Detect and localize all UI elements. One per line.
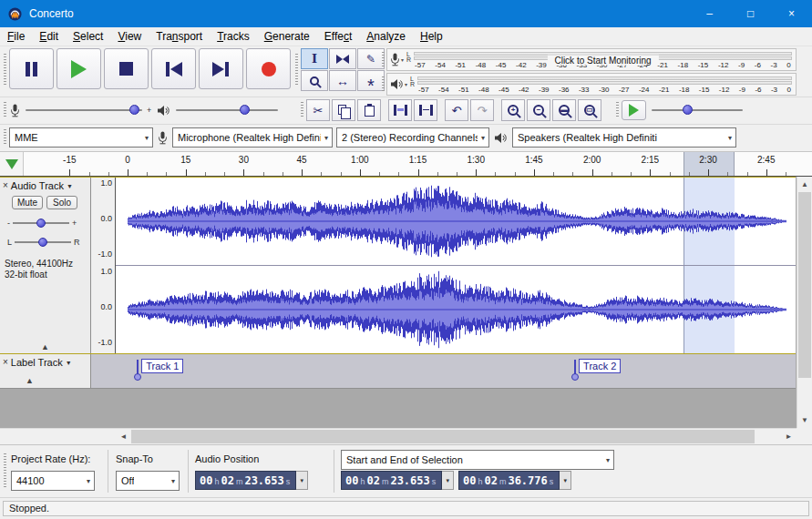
- recording-device-select[interactable]: Microphone (Realtek High Defini▾: [172, 127, 333, 148]
- multi-tool-button[interactable]: *: [357, 70, 385, 91]
- scroll-left-icon[interactable]: ◄: [116, 429, 131, 444]
- copy-button[interactable]: [332, 99, 355, 121]
- scroll-down-icon[interactable]: ▼: [797, 412, 812, 428]
- trim-button[interactable]: [388, 99, 412, 121]
- menu-item-edit[interactable]: Edit: [32, 27, 66, 46]
- track-close-button[interactable]: ×: [3, 181, 8, 190]
- audio-position-display[interactable]: 00h02m23.653s▾: [195, 471, 308, 490]
- audio-track[interactable]: × Audio Track ▼ Mute Solo - + L R: [0, 177, 796, 354]
- recording-volume-slider[interactable]: [26, 103, 142, 117]
- selection-tool-button[interactable]: I: [301, 48, 328, 69]
- gain-slider-thumb[interactable]: [36, 219, 46, 228]
- label-text[interactable]: Track 1: [141, 359, 183, 373]
- paste-button[interactable]: [357, 99, 381, 121]
- label-track-close-button[interactable]: ×: [3, 358, 8, 367]
- meter-menu-arrow-icon[interactable]: ▾: [405, 75, 407, 94]
- time-spin-icon[interactable]: ▾: [560, 471, 571, 490]
- label-track-menu-arrow-icon[interactable]: ▼: [66, 360, 72, 366]
- selection-start-display[interactable]: 00h02m23.653s▾: [341, 471, 454, 490]
- playback-meter[interactable]: ▾ LR -57-54-51-48-45-42-39-36-33-30-27-2…: [386, 73, 797, 96]
- recording-channels-select[interactable]: 2 (Stereo) Recording Channels▾: [336, 127, 489, 148]
- audio-host-select[interactable]: MME▾: [9, 127, 153, 148]
- mute-button[interactable]: Mute: [12, 196, 43, 209]
- waveform-channel-right[interactable]: [116, 266, 796, 353]
- playback-device-select[interactable]: Speakers (Realtek High Definiti▾: [512, 127, 736, 148]
- label-handle-icon[interactable]: [571, 373, 579, 381]
- pan-slider[interactable]: L R: [0, 229, 90, 248]
- menu-item-view[interactable]: View: [110, 27, 149, 46]
- label-track-content[interactable]: Track 1Track 2: [91, 354, 796, 388]
- fit-selection-button[interactable]: ▬: [552, 99, 576, 121]
- record-button[interactable]: [246, 48, 291, 89]
- menu-item-generate[interactable]: Generate: [257, 27, 317, 46]
- label-track-collapse-button[interactable]: ▲: [5, 376, 54, 385]
- menu-item-analyze[interactable]: Analyze: [359, 27, 413, 46]
- waveform-region[interactable]: [116, 178, 796, 353]
- horizontal-scrollbar[interactable]: ◄ ►: [0, 428, 797, 444]
- stop-button[interactable]: [104, 48, 149, 89]
- zoom-in-button[interactable]: +: [501, 99, 525, 121]
- redo-button[interactable]: ↷: [470, 99, 494, 121]
- label-text[interactable]: Track 2: [579, 359, 621, 373]
- envelope-tool-button[interactable]: [329, 48, 356, 69]
- recording-meter-body[interactable]: -57-54-51-48-45-42-39-36-33-30-27-24-21-…: [412, 50, 794, 69]
- gain-slider[interactable]: - +: [0, 209, 90, 229]
- label-track[interactable]: × Label Track ▼ ▲ Track 1Track 2: [0, 354, 796, 389]
- draw-tool-button[interactable]: ✎: [357, 48, 385, 69]
- maximize-button[interactable]: □: [730, 0, 771, 27]
- track-title[interactable]: Audio Track: [11, 180, 64, 191]
- playback-volume-slider[interactable]: [176, 103, 278, 117]
- vertical-scrollbar[interactable]: ▲ ▼: [797, 177, 812, 428]
- scroll-right-icon[interactable]: ►: [781, 429, 797, 444]
- vertical-scroll-thumb[interactable]: [798, 192, 811, 378]
- menu-item-tracks[interactable]: Tracks: [210, 27, 257, 46]
- timeshift-tool-button[interactable]: ↔: [329, 70, 356, 91]
- label-track-title[interactable]: Label Track: [11, 357, 63, 368]
- time-spin-icon[interactable]: ▾: [442, 471, 454, 490]
- close-button[interactable]: ×: [771, 0, 812, 27]
- undo-button[interactable]: ↶: [445, 99, 468, 121]
- pan-slider-thumb[interactable]: [38, 238, 47, 247]
- timeline-ruler[interactable]: -1501530451:001:151:301:452:002:152:302:…: [0, 151, 812, 177]
- silence-button[interactable]: [414, 99, 437, 121]
- slider-thumb[interactable]: [129, 105, 139, 115]
- fit-project-button[interactable]: ▭: [578, 99, 601, 121]
- vruler-value: 0.0: [100, 303, 112, 311]
- slider-thumb[interactable]: [240, 105, 250, 115]
- skip-to-start-button[interactable]: [151, 48, 196, 89]
- pause-button[interactable]: [9, 48, 54, 89]
- menu-item-select[interactable]: Select: [66, 27, 110, 46]
- play-button[interactable]: [57, 48, 101, 89]
- solo-button[interactable]: Solo: [46, 196, 77, 209]
- timeline-pin-button[interactable]: [0, 152, 24, 176]
- zoom-out-button[interactable]: −: [527, 99, 550, 121]
- meter-channel-labels: LR: [409, 75, 416, 94]
- menu-item-help[interactable]: Help: [413, 27, 450, 46]
- tools-toolbar: I✎↔*: [301, 48, 385, 91]
- horizontal-scroll-thumb[interactable]: [131, 430, 755, 443]
- cut-button[interactable]: ✂: [306, 99, 330, 121]
- zoom-tool-button[interactable]: [301, 70, 328, 91]
- play-at-speed-button[interactable]: [622, 100, 646, 120]
- skip-to-end-button[interactable]: [199, 48, 243, 89]
- recording-meter[interactable]: ▾ LR -57-54-51-48-45-42-39-36-33-30-27-2…: [386, 48, 797, 71]
- scroll-up-icon[interactable]: ▲: [797, 177, 812, 192]
- project-rate-select[interactable]: 44100▾: [11, 471, 95, 491]
- menu-item-effect[interactable]: Effect: [317, 27, 359, 46]
- menu-item-file[interactable]: File: [0, 27, 32, 46]
- label-handle-icon[interactable]: [134, 373, 141, 381]
- meter-menu-arrow-icon[interactable]: ▾: [401, 50, 404, 69]
- minimize-button[interactable]: –: [689, 0, 730, 27]
- snap-to-select[interactable]: Off▾: [116, 471, 180, 491]
- track-menu-arrow-icon[interactable]: ▼: [67, 183, 73, 189]
- selection-mode-select[interactable]: Start and End of Selection▾: [341, 450, 614, 470]
- slider-thumb[interactable]: [683, 105, 693, 115]
- monitoring-hint[interactable]: Click to Start Monitoring: [547, 55, 658, 65]
- playback-speed-slider[interactable]: [652, 103, 743, 117]
- selection-end-display[interactable]: 00h02m36.776s▾: [458, 471, 571, 490]
- playback-meter-body[interactable]: -57-54-51-48-45-42-39-36-33-30-27-24-21-…: [416, 75, 794, 94]
- time-spin-icon[interactable]: ▾: [296, 471, 308, 490]
- menu-item-transport[interactable]: Transport: [149, 27, 210, 46]
- track-collapse-button[interactable]: ▲: [5, 342, 85, 351]
- waveform-channel-left[interactable]: [116, 178, 796, 265]
